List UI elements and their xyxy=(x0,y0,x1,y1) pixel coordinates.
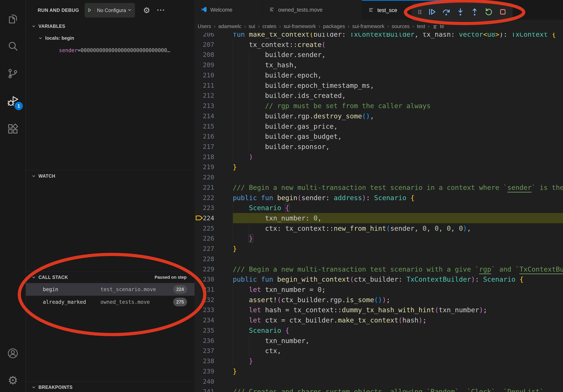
stop-button[interactable] xyxy=(497,5,509,19)
code-line[interactable]: 222public fun begin(sender: address): Sc… xyxy=(194,193,563,203)
line-number[interactable]: 218 xyxy=(194,152,214,162)
source-control-icon[interactable] xyxy=(0,63,26,84)
launch-config-dropdown[interactable]: No Configura xyxy=(85,3,135,18)
line-number[interactable]: 209 xyxy=(194,60,214,70)
step-out-button[interactable] xyxy=(469,5,480,19)
line-number[interactable]: 207 xyxy=(194,39,214,50)
line-number[interactable]: 208 xyxy=(194,50,214,60)
line-number[interactable]: 220 xyxy=(194,172,214,182)
breadcrumb-item[interactable]: sources xyxy=(392,23,410,29)
line-number[interactable]: 236 xyxy=(194,336,214,346)
line-number[interactable]: 238 xyxy=(194,356,214,366)
breadcrumb-file[interactable]: te xyxy=(440,23,444,29)
code-line[interactable]: 214builder.rgp.destroy_some(), xyxy=(194,111,563,121)
line-number[interactable]: 228 xyxy=(194,254,214,264)
code-line[interactable]: 236txn_number, xyxy=(194,336,563,346)
code-line[interactable]: 233let hash = tx_context::dummy_tx_hash_… xyxy=(194,305,563,315)
code-line[interactable]: 223Scenario { xyxy=(194,203,563,213)
line-number[interactable]: 240 xyxy=(194,376,214,387)
line-number[interactable]: 223 xyxy=(194,203,214,213)
line-number[interactable]: 227 xyxy=(194,244,214,254)
line-number[interactable]: 217 xyxy=(194,142,214,152)
breadcrumb-item[interactable]: packages xyxy=(323,23,345,29)
line-number[interactable]: 229 xyxy=(194,264,214,274)
restart-button[interactable] xyxy=(483,5,494,19)
line-number[interactable]: 232 xyxy=(194,295,214,305)
code-line[interactable]: 226} xyxy=(194,233,563,244)
code-line[interactable]: 240 xyxy=(194,376,563,387)
code-line[interactable]: 213// rgp must be set from the caller al… xyxy=(194,101,563,111)
code-line[interactable]: 227} xyxy=(194,244,563,254)
toolbar-drag-handle[interactable] xyxy=(416,5,424,19)
code-line[interactable]: 220 xyxy=(194,172,563,182)
line-number[interactable]: 241 xyxy=(194,386,214,392)
code-editor[interactable]: 206fun make_tx_context(builder: TxContex… xyxy=(194,20,563,392)
code-line[interactable]: 228 xyxy=(194,254,563,264)
line-number[interactable]: 237 xyxy=(194,346,214,356)
code-line[interactable]: 237ctx, xyxy=(194,346,563,356)
code-line[interactable]: 221/// Begin a new multi-transaction tes… xyxy=(194,182,563,193)
breadcrumb-item[interactable]: sui-framework xyxy=(284,23,316,29)
breadcrumb-item[interactable]: adamwelc xyxy=(218,23,242,29)
account-icon[interactable] xyxy=(0,342,26,364)
code-line[interactable]: 217builder.sponsor, xyxy=(194,142,563,152)
continue-button[interactable] xyxy=(426,5,438,19)
breadcrumb-item[interactable]: sui-framework xyxy=(352,23,384,29)
code-line[interactable]: 231let txn_number = 0; xyxy=(194,284,563,295)
extensions-icon[interactable] xyxy=(0,118,26,140)
line-number[interactable]: 222 xyxy=(194,193,214,203)
code-line[interactable]: 211builder.epoch_timestamp_ms, xyxy=(194,80,563,91)
variable-row[interactable]: sender = 0000000000000000000000000000… xyxy=(26,44,194,56)
breadcrumb-item[interactable]: sui xyxy=(249,23,255,29)
breakpoints-header[interactable]: BREAKPOINTS xyxy=(26,381,194,392)
line-number[interactable]: 216 xyxy=(194,131,214,142)
line-number[interactable]: 231 xyxy=(194,284,214,295)
line-number[interactable]: 215 xyxy=(194,121,214,131)
code-line[interactable]: 241/// Creates and shares system objects… xyxy=(194,386,563,392)
line-number[interactable]: 234 xyxy=(194,315,214,325)
breadcrumb-item[interactable]: test xyxy=(417,23,425,29)
code-line[interactable]: 238} xyxy=(194,356,563,366)
code-line[interactable]: 209tx_hash, xyxy=(194,60,563,70)
line-number[interactable]: 212 xyxy=(194,91,214,101)
tab-welcome[interactable]: Welcome xyxy=(194,0,263,20)
step-over-button[interactable] xyxy=(440,5,452,19)
line-number[interactable]: 214 xyxy=(194,111,214,121)
code-line[interactable]: 218) xyxy=(194,152,563,162)
line-number[interactable]: 233 xyxy=(194,305,214,315)
code-line[interactable]: 235Scenario { xyxy=(194,325,563,336)
scope-row[interactable]: locals: begin xyxy=(26,32,194,44)
line-number[interactable]: 211 xyxy=(194,80,214,91)
code-line[interactable]: 234let ctx = ctx_builder.make_tx_context… xyxy=(194,315,563,325)
debug-settings-gear-icon[interactable]: ⚙ xyxy=(143,6,150,14)
step-into-button[interactable] xyxy=(455,5,466,19)
stack-frame-row[interactable]: already_marked owned_tests.move 275 xyxy=(26,296,194,308)
line-number[interactable]: 221 xyxy=(194,182,214,193)
watch-header[interactable]: WATCH xyxy=(26,170,194,182)
breadcrumb-item[interactable]: crates xyxy=(262,23,276,29)
code-line[interactable]: 210builder.epoch, xyxy=(194,70,563,80)
line-number[interactable]: 219 xyxy=(194,162,214,172)
line-number[interactable]: 239 xyxy=(194,366,214,376)
run-and-debug-icon[interactable]: 1 xyxy=(0,91,26,112)
line-number[interactable]: 225 xyxy=(194,223,214,234)
explorer-icon[interactable] xyxy=(0,8,26,30)
stack-frame-row[interactable]: begin test_scenario.move 224 xyxy=(26,283,194,296)
code-line[interactable]: 230public fun begin_with_context(ctx_bui… xyxy=(194,274,563,284)
code-line[interactable]: 225ctx: tx_context::new_from_hint(sender… xyxy=(194,223,563,234)
code-line[interactable]: 224txn_number: 0, xyxy=(194,213,563,223)
start-debug-icon[interactable] xyxy=(87,7,95,13)
code-line[interactable]: 212builder.ids_created, xyxy=(194,91,563,101)
code-line[interactable]: 207tx_context::create( xyxy=(194,39,563,50)
tab-owned-tests[interactable]: owned_tests.move xyxy=(263,0,362,20)
line-number[interactable]: 230 xyxy=(194,274,214,284)
code-line[interactable]: 219} xyxy=(194,162,563,172)
line-number[interactable]: 226 xyxy=(194,233,214,244)
variables-header[interactable]: VARIABLES xyxy=(26,21,194,32)
line-number[interactable]: 210 xyxy=(194,70,214,80)
views-more-icon[interactable]: ··· xyxy=(157,6,165,14)
call-stack-header[interactable]: CALL STACK Paused on step xyxy=(26,272,194,283)
breadcrumb-item[interactable]: Users xyxy=(198,23,211,29)
code-line[interactable]: 229/// Begin a new multi-transaction tes… xyxy=(194,264,563,274)
code-line[interactable]: 215builder.gas_price, xyxy=(194,121,563,131)
